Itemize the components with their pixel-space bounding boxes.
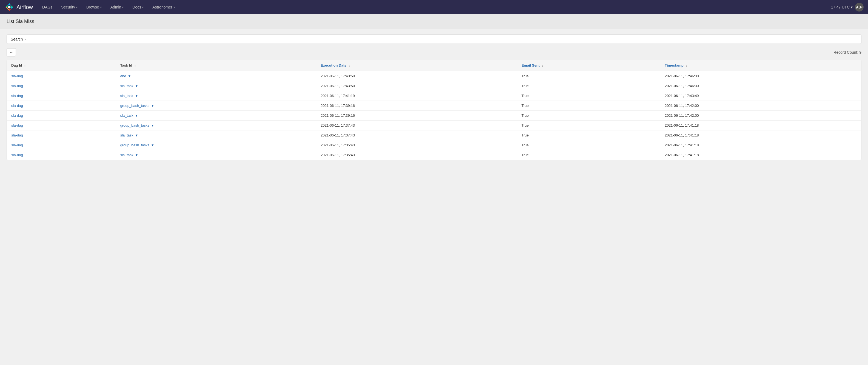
execution-date-cell: 2021-06-11, 17:39:16 [316, 111, 517, 121]
dag-id-link[interactable]: sla-dag [11, 143, 23, 147]
filter-icon: ▼ [135, 114, 138, 118]
col-header-execution-date[interactable]: Execution Date ↕ [316, 60, 517, 71]
svg-marker-2 [11, 5, 13, 7]
nav-docs[interactable]: Docs ▾ [128, 3, 147, 11]
dag-id-link[interactable]: sla-dag [11, 84, 23, 88]
brand-name: Airflow [17, 4, 33, 10]
email-sent-cell: True [517, 140, 660, 150]
svg-marker-0 [9, 3, 11, 6]
execution-date-cell: 2021-06-11, 17:43:50 [316, 81, 517, 91]
task-id-link[interactable]: sla_task ▼ [120, 84, 138, 88]
email-sent-cell: True [517, 121, 660, 130]
brand-link[interactable]: Airflow [4, 2, 33, 12]
execution-date-sort-icon: ↕ [348, 64, 350, 67]
admin-caret-icon: ▾ [122, 6, 124, 9]
filter-icon: ▼ [135, 84, 138, 88]
astronomer-caret-icon: ▾ [174, 6, 175, 9]
utc-caret-icon: ▾ [851, 5, 852, 9]
user-caret-icon: ▾ [861, 6, 863, 9]
email-sent-cell: True [517, 81, 660, 91]
nav-dags[interactable]: DAGs [38, 3, 56, 11]
svg-marker-4 [9, 8, 11, 11]
table-row: sla-dagsla_task ▼2021-06-11, 17:43:50Tru… [7, 81, 861, 91]
navbar-right: 17:47 UTC ▾ AU ▾ [831, 3, 864, 11]
dag-id-link[interactable]: sla-dag [11, 103, 23, 108]
timestamp-cell: 2021-06-11, 17:41:18 [660, 140, 861, 150]
col-header-task-id[interactable]: Task Id ↕ [116, 60, 316, 71]
dag-id-link[interactable]: sla-dag [11, 123, 23, 127]
execution-date-cell: 2021-06-11, 17:35:43 [316, 140, 517, 150]
svg-marker-5 [7, 8, 9, 11]
record-row: ← Record Count: 9 [7, 48, 861, 56]
task-id-link[interactable]: sla_task ▼ [120, 133, 138, 137]
record-count: Record Count: 9 [834, 50, 861, 55]
dag-id-link[interactable]: sla-dag [11, 133, 23, 137]
nav-admin[interactable]: Admin ▾ [106, 3, 128, 11]
table-row: sla-dagend ▼2021-06-11, 17:43:50True2021… [7, 71, 861, 81]
back-button[interactable]: ← [7, 48, 16, 56]
filter-icon: ▼ [151, 104, 154, 108]
dag-id-link[interactable]: sla-dag [11, 153, 23, 157]
back-arrow-icon: ← [9, 50, 13, 55]
task-id-link[interactable]: group_bash_tasks ▼ [120, 143, 154, 147]
page-title: List Sla Miss [7, 19, 861, 24]
task-id-link[interactable]: sla_task ▼ [120, 94, 138, 98]
svg-point-8 [8, 6, 11, 8]
task-id-link[interactable]: group_bash_tasks ▼ [120, 103, 154, 108]
execution-date-cell: 2021-06-11, 17:37:43 [316, 130, 517, 140]
timestamp-cell: 2021-06-11, 17:43:49 [660, 91, 861, 101]
timestamp-cell: 2021-06-11, 17:41:18 [660, 150, 861, 160]
task-id-link[interactable]: sla_task ▼ [120, 114, 138, 118]
navbar: Airflow DAGs Security ▾ Browse ▾ Admin ▾… [0, 0, 868, 14]
filter-icon: ▼ [151, 124, 154, 127]
email-sent-cell: True [517, 91, 660, 101]
airflow-logo-icon [4, 2, 14, 12]
filter-icon: ▼ [135, 133, 138, 137]
nav-astronomer[interactable]: Astronomer ▾ [149, 3, 178, 11]
col-header-email-sent[interactable]: Email Sent ↕ [517, 60, 660, 71]
email-sent-cell: True [517, 101, 660, 111]
table-row: sla-dagsla_task ▼2021-06-11, 17:35:43Tru… [7, 150, 861, 160]
task-id-link[interactable]: group_bash_tasks ▼ [120, 123, 154, 127]
timestamp-cell: 2021-06-11, 17:41:18 [660, 130, 861, 140]
execution-date-cell: 2021-06-11, 17:39:16 [316, 101, 517, 111]
user-menu[interactable]: AU ▾ [855, 3, 864, 11]
nav-security[interactable]: Security ▾ [57, 3, 82, 11]
page-header: List Sla Miss [0, 14, 868, 29]
svg-marker-6 [5, 7, 8, 9]
dag-id-link[interactable]: sla-dag [11, 74, 23, 78]
table-header-row: Dag Id ↕ Task Id ↕ Execution Date ↕ Emai… [7, 60, 861, 71]
table-row: sla-dagsla_task ▼2021-06-11, 17:37:43Tru… [7, 130, 861, 140]
col-header-dag-id[interactable]: Dag Id ↕ [7, 60, 116, 71]
execution-date-cell: 2021-06-11, 17:37:43 [316, 121, 517, 130]
filter-icon: ▼ [151, 143, 154, 147]
table-row: sla-dagsla_task ▼2021-06-11, 17:39:16Tru… [7, 111, 861, 121]
execution-date-cell: 2021-06-11, 17:41:19 [316, 91, 517, 101]
filter-icon: ▼ [135, 153, 138, 157]
email-sent-cell: True [517, 130, 660, 140]
email-sent-cell: True [517, 150, 660, 160]
table-row: sla-dagsla_task ▼2021-06-11, 17:41:19Tru… [7, 91, 861, 101]
timestamp-cell: 2021-06-11, 17:42:00 [660, 111, 861, 121]
utc-selector[interactable]: 17:47 UTC ▾ [831, 5, 852, 9]
svg-marker-1 [7, 3, 9, 6]
task-id-link[interactable]: end ▼ [120, 74, 131, 78]
dag-id-link[interactable]: sla-dag [11, 114, 23, 118]
filter-icon: ▼ [135, 94, 138, 98]
email-sent-sort-icon: ↕ [542, 64, 543, 67]
timestamp-cell: 2021-06-11, 17:41:18 [660, 121, 861, 130]
table-row: sla-daggroup_bash_tasks ▼2021-06-11, 17:… [7, 121, 861, 130]
task-id-link[interactable]: sla_task ▼ [120, 153, 138, 157]
task-id-sort-icon: ↕ [134, 64, 136, 67]
timestamp-cell: 2021-06-11, 17:46:30 [660, 81, 861, 91]
svg-marker-7 [5, 5, 8, 7]
search-caret-icon: ▾ [24, 37, 26, 41]
execution-date-cell: 2021-06-11, 17:43:50 [316, 71, 517, 81]
timestamp-cell: 2021-06-11, 17:46:30 [660, 71, 861, 81]
security-caret-icon: ▾ [76, 6, 78, 9]
execution-date-cell: 2021-06-11, 17:35:43 [316, 150, 517, 160]
nav-browse[interactable]: Browse ▾ [83, 3, 105, 11]
search-bar[interactable]: Search ▾ [7, 34, 861, 44]
col-header-timestamp[interactable]: Timestamp ↕ [660, 60, 861, 71]
dag-id-link[interactable]: sla-dag [11, 94, 23, 98]
